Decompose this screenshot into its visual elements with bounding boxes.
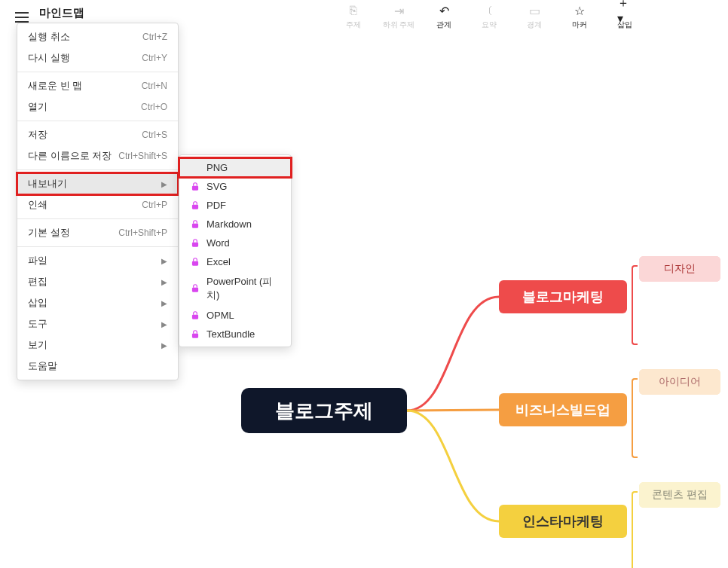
menu-separator <box>17 246 178 247</box>
toolbar-item-label: 요약 <box>482 20 497 30</box>
toolbar-boundary-button[interactable]: ▭경계 <box>520 3 549 30</box>
menu-shortcut: Ctrl+N <box>142 81 167 91</box>
chevron-right-icon: ▶ <box>161 341 167 350</box>
menu-shortcut: Ctrl+Y <box>142 53 167 63</box>
export-option-label: Excel <box>206 256 231 267</box>
menu-item-label: 도구 <box>28 317 47 331</box>
menu-item-label: 기본 설정 <box>28 226 70 240</box>
leaf-node[interactable]: 아이디어 <box>639 369 720 395</box>
toolbar-item-label: 경계 <box>527 20 542 30</box>
export-option-word[interactable]: Word <box>179 234 291 252</box>
toolbar-insert-button[interactable]: ＋ ▾삽입 <box>610 3 639 30</box>
svg-rect-4 <box>192 242 198 246</box>
menu-item-label: 파일 <box>28 254 47 267</box>
menu-item-edit[interactable]: 편집▶ <box>17 271 178 292</box>
topic-icon: ⎘ <box>346 3 361 18</box>
lock-icon <box>190 182 200 192</box>
menu-item-label: 인쇄 <box>28 198 47 212</box>
export-option-label: PDF <box>206 200 226 211</box>
svg-rect-6 <box>192 288 198 292</box>
export-option-png[interactable]: PNG <box>179 158 291 177</box>
menu-item-redo[interactable]: 다시 실행Ctrl+Y <box>17 47 178 69</box>
export-option-opml[interactable]: OPML <box>179 306 291 325</box>
menu-shortcut: Ctrl+Shift+S <box>118 151 167 161</box>
mindmap-branch-orange[interactable]: 비즈니스빌드업 <box>499 393 627 426</box>
export-option-label: PNG <box>206 162 228 173</box>
svg-rect-5 <box>192 261 198 265</box>
toolbar-summary-button[interactable]: ⟮요약 <box>475 3 503 30</box>
insert-icon: ＋ ▾ <box>617 3 632 18</box>
export-option-ppt[interactable]: PowerPoint (피치) <box>179 271 291 306</box>
export-option-label: OPML <box>206 310 234 321</box>
leaf-node[interactable]: 콘텐츠 편집 <box>639 482 720 508</box>
chevron-right-icon: ▶ <box>161 278 167 286</box>
toolbar-topic-button[interactable]: ⎘주제 <box>339 3 368 30</box>
bracket-yellow <box>632 491 638 568</box>
bracket-orange <box>632 378 638 458</box>
bracket-red <box>632 265 638 345</box>
menu-item-saveas[interactable]: 다른 이름으로 저장Ctrl+Shift+S <box>17 145 178 166</box>
app-title: 마인드맵 <box>39 6 84 20</box>
export-option-svg[interactable]: SVG <box>179 177 291 196</box>
summary-icon: ⟮ <box>482 3 497 18</box>
export-option-label: Markdown <box>206 218 252 230</box>
export-option-textbundle[interactable]: TextBundle <box>179 325 291 344</box>
export-option-excel[interactable]: Excel <box>179 252 291 271</box>
svg-rect-2 <box>192 204 198 209</box>
toolbar-relation-button[interactable]: ↶관계 <box>430 3 458 30</box>
menu-item-insert[interactable]: 삽입▶ <box>17 292 178 313</box>
lock-icon <box>190 200 200 211</box>
menu-item-export[interactable]: 내보내기▶ <box>17 173 178 194</box>
menu-item-label: 편집 <box>28 275 47 289</box>
menu-separator <box>17 121 178 121</box>
hamburger-icon[interactable] <box>15 12 29 23</box>
toolbar-marker-button[interactable]: ☆마커 <box>565 3 594 30</box>
menu-separator <box>17 72 178 72</box>
menu-item-tools[interactable]: 도구▶ <box>17 313 178 334</box>
export-submenu: PNGSVGPDFMarkdownWordExcelPowerPoint (피치… <box>179 154 292 347</box>
toolbar-item-label: 마커 <box>572 20 587 30</box>
menu-item-file[interactable]: 파일▶ <box>17 250 178 271</box>
menu-item-print[interactable]: 인쇄Ctrl+P <box>17 194 178 215</box>
mindmap-root-node[interactable]: 블로그주제 <box>241 388 407 433</box>
menu-item-new[interactable]: 새로운 빈 맵Ctrl+N <box>17 75 178 96</box>
toolbar-subtopic-button[interactable]: ⇥하위 주제 <box>384 3 413 30</box>
mindmap-branch-red[interactable]: 블로그마케팅 <box>499 280 627 313</box>
menu-separator <box>17 218 178 219</box>
chevron-right-icon: ▶ <box>161 299 167 307</box>
lock-icon <box>190 310 200 321</box>
leaf-node[interactable]: 디자인 <box>639 256 720 282</box>
lock-icon <box>190 219 200 230</box>
svg-rect-8 <box>192 333 198 337</box>
svg-rect-1 <box>192 185 198 190</box>
menu-item-label: 삽입 <box>28 296 47 310</box>
menu-item-undo[interactable]: 실행 취소Ctrl+Z <box>17 26 178 47</box>
export-option-markdown[interactable]: Markdown <box>179 215 291 234</box>
menu-item-label: 내보내기 <box>28 177 67 191</box>
menu-item-view[interactable]: 보기▶ <box>17 334 178 356</box>
lock-icon <box>190 283 200 294</box>
boundary-icon: ▭ <box>527 3 542 18</box>
lock-icon <box>190 257 200 267</box>
toolbar-item-label: 하위 주제 <box>383 20 415 30</box>
toolbar-item-label: 관계 <box>436 20 451 30</box>
menu-item-open[interactable]: 열기Ctrl+O <box>17 96 178 118</box>
menu-item-label: 다시 실행 <box>28 51 70 65</box>
menu-item-label: 실행 취소 <box>28 30 70 44</box>
toolbar-item-label: 주제 <box>346 20 361 30</box>
menu-item-prefs[interactable]: 기본 설정Ctrl+Shift+P <box>17 222 178 243</box>
export-option-pdf[interactable]: PDF <box>179 196 291 215</box>
export-option-label: SVG <box>206 181 227 192</box>
menu-item-label: 열기 <box>28 100 47 114</box>
chevron-right-icon: ▶ <box>161 320 167 328</box>
menu-item-label: 다른 이름으로 저장 <box>28 149 112 163</box>
menu-shortcut: Ctrl+S <box>142 130 167 140</box>
menu-item-help[interactable]: 도움말 <box>17 356 178 377</box>
subtopic-icon: ⇥ <box>391 3 406 18</box>
mindmap-branch-yellow[interactable]: 인스타마케팅 <box>499 505 627 538</box>
file-menu: 실행 취소Ctrl+Z다시 실행Ctrl+Y새로운 빈 맵Ctrl+N열기Ctr… <box>17 23 179 380</box>
menu-item-save[interactable]: 저장Ctrl+S <box>17 124 178 145</box>
svg-rect-3 <box>192 223 198 228</box>
chevron-right-icon: ▶ <box>161 257 167 265</box>
menu-shortcut: Ctrl+P <box>142 200 167 210</box>
